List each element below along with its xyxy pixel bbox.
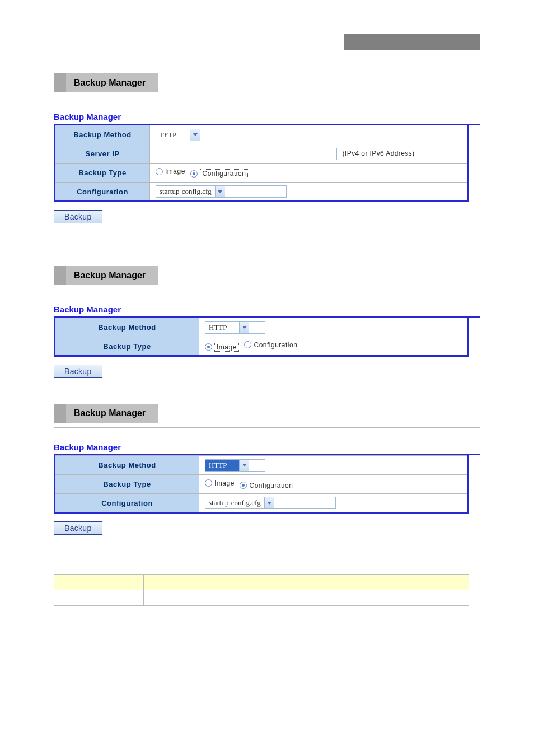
chevron-down-icon[interactable] bbox=[239, 322, 249, 333]
spec-body-cell bbox=[144, 590, 469, 606]
radio-configuration-label: Configuration bbox=[254, 341, 297, 349]
label-configuration: Configuration bbox=[55, 183, 150, 202]
backup-method-select[interactable]: TFTP bbox=[156, 129, 216, 141]
radio-image[interactable]: Image bbox=[205, 343, 239, 352]
backup-method-value: HTTP bbox=[205, 460, 239, 471]
panel-divider bbox=[54, 427, 480, 428]
configuration-value: startup-config.cfg bbox=[156, 186, 215, 197]
label-backup-method: Backup Method bbox=[55, 318, 199, 337]
configuration-select[interactable]: startup-config.cfg bbox=[156, 185, 287, 198]
header-gray-bar bbox=[344, 34, 480, 50]
radio-configuration-label: Configuration bbox=[249, 482, 293, 489]
radio-image-label: Image bbox=[214, 479, 235, 487]
backup-button[interactable]: Backup bbox=[54, 365, 102, 378]
configuration-select[interactable]: startup-config.cfg bbox=[205, 497, 336, 509]
panel-tab: Backup Manager bbox=[54, 266, 158, 285]
radio-configuration[interactable]: Configuration bbox=[244, 341, 297, 349]
label-backup-method: Backup Method bbox=[55, 125, 150, 144]
backup-method-value: TFTP bbox=[156, 129, 190, 141]
panel-divider bbox=[54, 97, 480, 97]
backup-method-value: HTTP bbox=[205, 322, 239, 333]
radio-configuration[interactable]: Configuration bbox=[240, 482, 293, 489]
chevron-down-icon[interactable] bbox=[264, 497, 274, 508]
backup-manager-panel-http-image: Backup Manager Backup Manager Backup Met… bbox=[54, 263, 480, 378]
radio-image[interactable]: Image bbox=[156, 167, 185, 175]
server-ip-hint: (IPv4 or IPv6 Address) bbox=[343, 150, 415, 157]
panel-tab: Backup Manager bbox=[54, 73, 158, 92]
radio-unchecked-icon bbox=[156, 168, 163, 175]
radio-image[interactable]: Image bbox=[205, 479, 235, 487]
panel-tab: Backup Manager bbox=[54, 404, 158, 423]
radio-checked-icon bbox=[190, 170, 198, 178]
radio-checked-icon bbox=[240, 482, 247, 489]
radio-configuration-label: Configuration bbox=[200, 169, 248, 178]
radio-checked-icon bbox=[205, 343, 212, 351]
configuration-value: startup-config.cfg bbox=[205, 497, 264, 508]
label-backup-type: Backup Type bbox=[55, 475, 199, 494]
spec-table bbox=[54, 574, 469, 606]
backup-form-table: Backup Method TFTP Server IP (IPv4 or IP… bbox=[54, 125, 469, 202]
chevron-down-icon[interactable] bbox=[239, 460, 249, 471]
label-backup-method: Backup Method bbox=[55, 456, 199, 475]
server-ip-input[interactable] bbox=[156, 148, 337, 160]
section-title: Backup Manager bbox=[54, 112, 480, 122]
backup-manager-panel-tftp: Backup Manager Backup Manager Backup Met… bbox=[54, 70, 480, 223]
chevron-down-icon[interactable] bbox=[190, 129, 200, 141]
section-title: Backup Manager bbox=[54, 442, 480, 452]
label-server-ip: Server IP bbox=[55, 144, 150, 164]
spec-body-cell bbox=[54, 590, 144, 606]
radio-unchecked-icon bbox=[205, 479, 212, 487]
radio-image-label: Image bbox=[214, 343, 239, 352]
spec-header-cell bbox=[54, 575, 144, 590]
backup-form-table: Backup Method HTTP Backup Type Image bbox=[54, 318, 469, 357]
radio-configuration[interactable]: Configuration bbox=[190, 169, 248, 178]
backup-button[interactable]: Backup bbox=[54, 521, 102, 535]
spec-header-cell bbox=[144, 575, 469, 590]
backup-method-select[interactable]: HTTP bbox=[205, 459, 265, 472]
section-title: Backup Manager bbox=[54, 305, 480, 314]
radio-unchecked-icon bbox=[244, 341, 251, 348]
backup-form-table: Backup Method HTTP Backup Type Image bbox=[54, 455, 469, 514]
backup-button[interactable]: Backup bbox=[54, 210, 102, 223]
label-configuration: Configuration bbox=[55, 494, 199, 513]
radio-image-label: Image bbox=[165, 167, 185, 175]
backup-method-select[interactable]: HTTP bbox=[205, 321, 265, 334]
label-backup-type: Backup Type bbox=[55, 337, 199, 356]
chevron-down-icon[interactable] bbox=[215, 186, 225, 197]
backup-manager-panel-http-config: Backup Manager Backup Manager Backup Met… bbox=[54, 400, 480, 535]
panel-divider bbox=[54, 290, 480, 290]
label-backup-type: Backup Type bbox=[55, 164, 150, 183]
